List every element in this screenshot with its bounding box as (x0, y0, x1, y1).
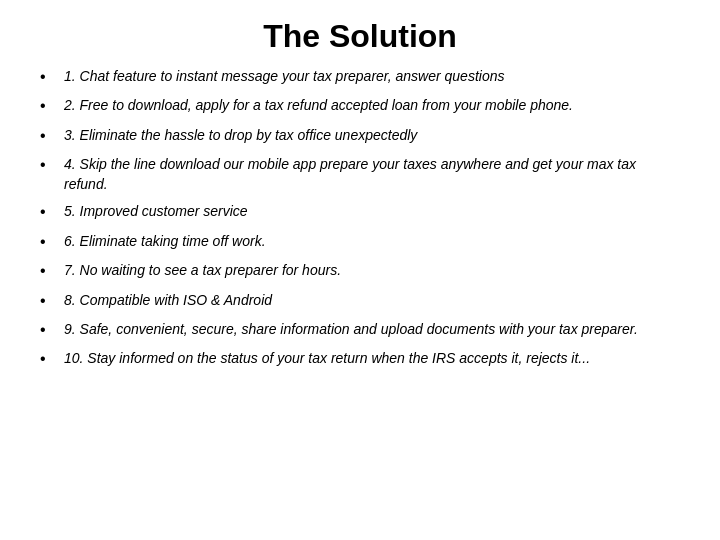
list-item-text: 4. Skip the line download our mobile app… (64, 155, 680, 194)
page: The Solution •1. Chat feature to instant… (0, 0, 720, 540)
list-item: •4. Skip the line download our mobile ap… (40, 155, 680, 194)
bullet-icon: • (40, 66, 60, 88)
list-item: •7. No waiting to see a tax preparer for… (40, 261, 680, 282)
list-item: •3. Eliminate the hassle to drop by tax … (40, 126, 680, 147)
list-item: •10. Stay informed on the status of your… (40, 349, 680, 370)
list-item: •5. Improved customer service (40, 202, 680, 223)
bullet-icon: • (40, 348, 60, 370)
bullet-icon: • (40, 154, 60, 176)
list-item-text: 7. No waiting to see a tax preparer for … (64, 261, 680, 281)
list-item: •8. Compatible with ISO & Android (40, 291, 680, 312)
bullet-icon: • (40, 260, 60, 282)
bullet-icon: • (40, 95, 60, 117)
solution-list: •1. Chat feature to instant message your… (40, 67, 680, 379)
bullet-icon: • (40, 231, 60, 253)
bullet-icon: • (40, 319, 60, 341)
list-item-text: 10. Stay informed on the status of your … (64, 349, 680, 369)
list-item: •1. Chat feature to instant message your… (40, 67, 680, 88)
bullet-icon: • (40, 201, 60, 223)
list-item-text: 3. Eliminate the hassle to drop by tax o… (64, 126, 680, 146)
list-item-text: 6. Eliminate taking time off work. (64, 232, 680, 252)
bullet-icon: • (40, 125, 60, 147)
list-item: •9. Safe, convenient, secure, share info… (40, 320, 680, 341)
page-title: The Solution (40, 18, 680, 55)
list-item-text: 2. Free to download, apply for a tax ref… (64, 96, 680, 116)
list-item-text: 5. Improved customer service (64, 202, 680, 222)
list-item-text: 9. Safe, convenient, secure, share infor… (64, 320, 680, 340)
list-item: •2. Free to download, apply for a tax re… (40, 96, 680, 117)
list-item: •6. Eliminate taking time off work. (40, 232, 680, 253)
list-item-text: 1. Chat feature to instant message your … (64, 67, 680, 87)
bullet-icon: • (40, 290, 60, 312)
list-item-text: 8. Compatible with ISO & Android (64, 291, 680, 311)
